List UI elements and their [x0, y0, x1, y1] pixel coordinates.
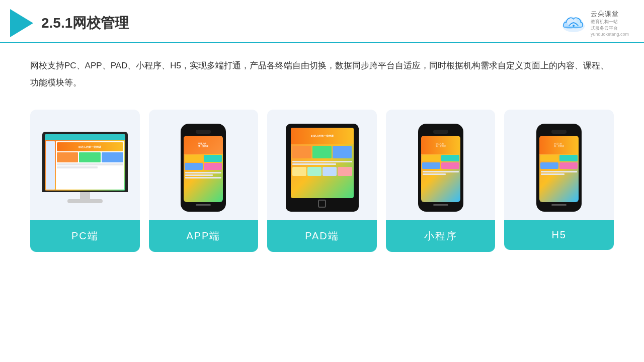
header: 2.5.1网校管理 云朵课堂 教育机构一站式服务云平台 yunduoketang…	[0, 0, 644, 43]
pc-image-area: 职达人的第一堂网课	[30, 110, 140, 220]
app-label: APP端	[149, 220, 259, 252]
h5-image-area: 职达人的第一堂网课	[504, 110, 614, 220]
brand-slogan: 教育机构一站式服务云平台	[591, 19, 629, 32]
pad-card: 职达人的第一堂网课	[267, 110, 377, 252]
app-image-area: 职达人的第一堂网课	[149, 110, 259, 220]
h5-card: 职达人的第一堂网课 H5	[504, 110, 614, 250]
pc-card: 职达人的第一堂网课	[30, 110, 140, 252]
h5-label: H5	[504, 220, 614, 250]
h5-phone-icon: 职达人的第一堂网课	[536, 124, 582, 212]
pc-label: PC端	[30, 220, 140, 252]
mini-image-area: 职达人的第一堂网课	[386, 110, 496, 220]
mini-label: 小程序	[386, 220, 496, 252]
brand-name: 云朵课堂	[591, 10, 629, 19]
svg-point-4	[573, 25, 575, 27]
brand-url: yunduoketang.com	[591, 32, 629, 37]
pc-monitor-icon: 职达人的第一堂网课	[42, 132, 128, 203]
header-right: 云朵课堂 教育机构一站式服务云平台 yunduoketang.com	[560, 10, 629, 37]
page-title: 2.5.1网校管理	[41, 14, 129, 33]
pad-label: PAD端	[267, 220, 377, 252]
brand-text: 云朵课堂 教育机构一站式服务云平台 yunduoketang.com	[591, 10, 629, 37]
app-phone-icon: 职达人的第一堂网课	[181, 124, 226, 212]
pad-tablet-icon: 职达人的第一堂网课	[286, 124, 359, 212]
header-left: 2.5.1网校管理	[10, 9, 129, 37]
mini-phone-icon: 职达人的第一堂网课	[418, 124, 463, 212]
main-content: 网校支持PC、APP、PAD、小程序、H5，实现多端打通，产品各终端自由切换，数…	[0, 43, 644, 262]
cards-container: 职达人的第一堂网课	[30, 110, 614, 252]
cloud-icon	[560, 13, 587, 32]
app-card: 职达人的第一堂网课 APP端	[149, 110, 259, 252]
pad-image-area: 职达人的第一堂网课	[267, 110, 377, 220]
mini-card: 职达人的第一堂网课 小程序	[386, 110, 496, 252]
description-text: 网校支持PC、APP、PAD、小程序、H5，实现多端打通，产品各终端自由切换，数…	[30, 57, 614, 92]
logo-triangle-icon	[10, 9, 33, 37]
